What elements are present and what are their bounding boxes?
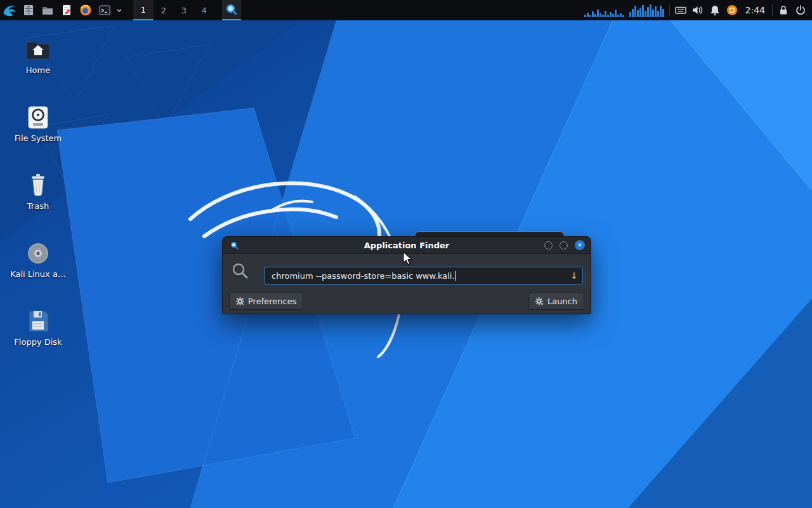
cpu-graph[interactable] [584, 3, 625, 17]
workspace-4-label: 4 [202, 6, 207, 15]
desktop-icon-floppy[interactable]: Floppy Disk [5, 306, 71, 347]
text-editor-launcher[interactable] [57, 0, 76, 20]
clock-text: 2:44 [745, 5, 765, 15]
panel-separator [772, 4, 773, 16]
launch-button[interactable]: Launch [528, 293, 584, 310]
cpu-graph-bars [584, 3, 625, 17]
home-icon [5, 34, 71, 62]
terminal-launcher[interactable] [95, 0, 114, 20]
dialog-button-row: Preferences Launch [229, 293, 584, 310]
workspace-4-button[interactable]: 4 [194, 0, 214, 20]
mouse-cursor [402, 251, 416, 267]
workspace-2-button[interactable]: 2 [154, 0, 174, 20]
desktop-icon-label: Home [5, 66, 71, 75]
preferences-label: Preferences [248, 297, 296, 306]
floppy-icon [5, 306, 71, 334]
drive-icon [5, 102, 71, 130]
notification-center[interactable] [709, 0, 721, 20]
desktop-icon-label: Trash [5, 202, 71, 211]
run-gear-icon [535, 297, 544, 305]
application-finder-window: Application Finder ✕ chromium --password… [222, 236, 591, 314]
workspace-1-button[interactable]: 1 [133, 0, 154, 20]
application-finder-icon [225, 3, 238, 16]
network-graph-bars [629, 3, 665, 17]
disc-icon [5, 238, 71, 266]
firefox-launcher[interactable] [76, 0, 95, 20]
workspace-3-button[interactable]: 3 [174, 0, 194, 20]
search-icon [232, 262, 249, 283]
desktop-icon-trash[interactable]: Trash [5, 170, 71, 211]
file-cabinet-icon [22, 4, 35, 17]
desktop-icon-label: Kali Linux a… [5, 270, 71, 279]
power-icon [794, 4, 807, 17]
firefox-icon [79, 4, 92, 17]
keyboard-icon [674, 4, 687, 17]
gear-icon [236, 297, 244, 305]
workspace-2-label: 2 [161, 6, 166, 15]
bell-icon [709, 4, 721, 17]
text-caret [455, 271, 456, 281]
workspace-1-label: 1 [141, 5, 146, 15]
workspace-3-label: 3 [181, 6, 187, 15]
folder-icon [41, 4, 54, 17]
window-title: Application Finder [223, 241, 591, 250]
keyboard-indicator[interactable] [674, 0, 687, 20]
lock-screen-button[interactable] [777, 0, 790, 20]
lock-icon [777, 4, 790, 17]
top-panel: 1 2 3 4 [0, 0, 812, 20]
preferences-button[interactable]: Preferences [229, 293, 303, 310]
command-combobox[interactable]: chromium --password-store=basic www.kali… [265, 267, 583, 284]
file-manager-launcher[interactable] [38, 0, 57, 20]
desktop-icon-label: File System [5, 134, 71, 143]
desktop-icon-label: Floppy Disk [5, 338, 71, 347]
update-status-icon [726, 4, 738, 17]
update-status-indicator[interactable] [726, 0, 738, 20]
window-finder-icon [230, 241, 239, 250]
chevron-down-icon [116, 4, 122, 17]
network-graph[interactable] [629, 3, 665, 17]
command-input[interactable]: chromium --password-store=basic www.kali… [272, 271, 455, 281]
taskbar-application-finder-button[interactable] [222, 0, 241, 20]
volume-icon [691, 4, 704, 17]
text-editor-icon [60, 4, 73, 17]
panel-clock[interactable]: 2:44 [743, 5, 768, 15]
logout-button[interactable] [794, 0, 807, 20]
maximize-button[interactable] [560, 241, 568, 250]
minimize-button[interactable] [544, 241, 553, 250]
desktop-icon-home[interactable]: Home [5, 34, 71, 75]
desktop-icon-kali-cd[interactable]: Kali Linux a… [5, 238, 71, 279]
launch-label: Launch [547, 297, 577, 306]
desktop-icon-file-system[interactable]: File System [5, 102, 71, 143]
trash-icon [5, 170, 71, 198]
terminal-icon [98, 4, 111, 17]
panel-separator [669, 4, 670, 16]
kali-logo-icon [2, 3, 17, 18]
dropdown-arrow-icon[interactable]: ↓ [566, 267, 582, 284]
file-cabinet-launcher[interactable] [19, 0, 38, 20]
workspace-switcher: 1 2 3 4 [133, 0, 214, 20]
kali-menu-button[interactable] [0, 0, 19, 20]
terminal-dropdown-button[interactable] [114, 0, 124, 20]
volume-control[interactable] [691, 0, 704, 20]
close-button[interactable]: ✕ [575, 240, 585, 250]
window-buttons: ✕ [544, 240, 591, 250]
